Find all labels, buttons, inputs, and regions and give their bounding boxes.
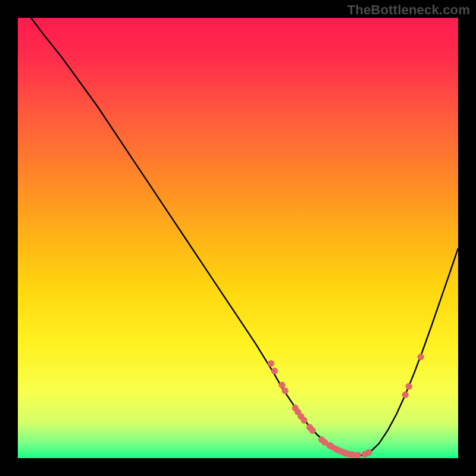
data-point <box>279 382 286 389</box>
data-point <box>402 392 409 398</box>
data-point <box>271 368 278 374</box>
data-point <box>355 452 361 458</box>
data-point <box>418 354 424 361</box>
chart-stage: TheBottleneck.com <box>0 0 476 476</box>
plot-panel <box>18 18 458 458</box>
data-point <box>365 449 372 456</box>
chart-svg <box>18 18 458 458</box>
data-point <box>309 427 316 434</box>
data-point <box>301 417 308 424</box>
gradient-background <box>18 18 458 458</box>
data-point <box>282 387 289 394</box>
data-point <box>406 383 412 390</box>
watermark-text: TheBottleneck.com <box>347 2 470 18</box>
data-point <box>268 361 274 367</box>
